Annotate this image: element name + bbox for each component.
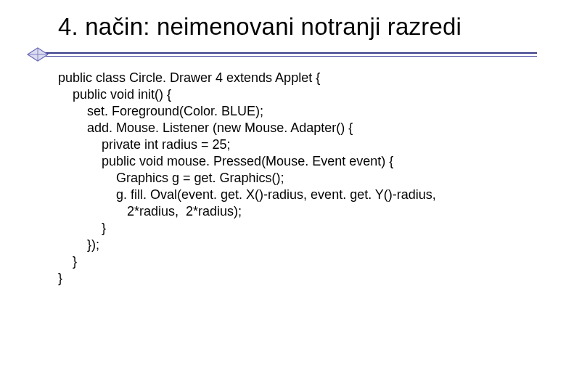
slide-title: 4. način: neimenovani notranji razredi bbox=[58, 13, 544, 41]
diamond-bullet-icon bbox=[26, 46, 49, 63]
divider-line-thick bbox=[39, 52, 537, 54]
divider-line-thin bbox=[39, 56, 537, 57]
code-block: public class Circle. Drawer 4 extends Ap… bbox=[58, 70, 551, 287]
